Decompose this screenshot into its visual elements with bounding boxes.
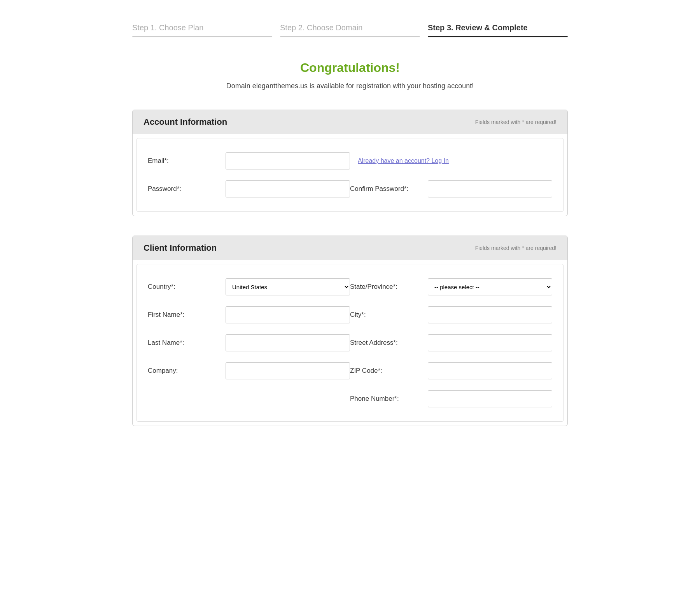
phone-col-right: Phone Number*: — [350, 390, 552, 407]
first-name-input[interactable] — [226, 306, 350, 323]
zip-code-label: ZIP Code*: — [350, 367, 428, 375]
account-section-title: Account Information — [144, 117, 227, 127]
already-have-account-link[interactable]: Already have an account? Log In — [358, 157, 449, 164]
congratulations-section: Congratulations! Domain elegantthemes.us… — [132, 61, 568, 90]
congratulations-subtitle: Domain elegantthemes.us is available for… — [132, 82, 568, 90]
company-col-left: Company: — [148, 362, 350, 379]
email-col-left: Email*: — [148, 152, 350, 169]
email-col-right: Already have an account? Log In — [350, 157, 552, 164]
email-row: Email*: Already have an account? Log In — [148, 152, 552, 169]
email-input[interactable] — [226, 152, 350, 169]
account-section-body: Email*: Already have an account? Log In … — [136, 138, 564, 212]
step-1-item: Step 1. Choose Plan — [132, 23, 280, 37]
password-col-left: Password*: — [148, 180, 350, 197]
firstname-col-left: First Name*: — [148, 306, 350, 323]
password-label: Password*: — [148, 185, 226, 193]
street-address-input[interactable] — [428, 334, 552, 351]
client-section-title: Client Information — [144, 243, 217, 253]
step-1-line — [132, 36, 272, 37]
account-section-header: Account Information Fields marked with *… — [133, 110, 567, 134]
step-1-label: Step 1. Choose Plan — [132, 23, 203, 32]
street-col-right: Street Address*: — [350, 334, 552, 351]
email-label: Email*: — [148, 157, 226, 165]
step-2-item: Step 2. Choose Domain — [280, 23, 428, 37]
lastname-street-row: Last Name*: Street Address*: — [148, 334, 552, 351]
first-name-label: First Name*: — [148, 311, 226, 319]
password-input[interactable] — [226, 180, 350, 197]
step-3-line — [428, 36, 568, 37]
last-name-input[interactable] — [226, 334, 350, 351]
country-select[interactable]: United States Canada United Kingdom Aust… — [226, 278, 350, 295]
street-address-label: Street Address*: — [350, 339, 428, 347]
account-required-note: Fields marked with * are required! — [475, 119, 556, 125]
company-zip-row: Company: ZIP Code*: — [148, 362, 552, 379]
company-label: Company: — [148, 367, 226, 375]
account-information-box: Account Information Fields marked with *… — [132, 110, 568, 216]
country-label: Country*: — [148, 283, 226, 291]
last-name-label: Last Name*: — [148, 339, 226, 347]
step-3-item: Step 3. Review & Complete — [428, 23, 568, 37]
city-input[interactable] — [428, 306, 552, 323]
step-3-label: Step 3. Review & Complete — [428, 23, 528, 32]
zip-col-right: ZIP Code*: — [350, 362, 552, 379]
city-label: City*: — [350, 311, 428, 319]
password-row: Password*: Confirm Password*: — [148, 180, 552, 197]
phone-number-label: Phone Number*: — [350, 395, 428, 403]
lastname-col-left: Last Name*: — [148, 334, 350, 351]
country-col-left: Country*: United States Canada United Ki… — [148, 278, 350, 295]
firstname-city-row: First Name*: City*: — [148, 306, 552, 323]
client-information-box: Client Information Fields marked with * … — [132, 236, 568, 426]
zip-code-input[interactable] — [428, 362, 552, 379]
steps-header: Step 1. Choose Plan Step 2. Choose Domai… — [132, 23, 568, 37]
country-state-row: Country*: United States Canada United Ki… — [148, 278, 552, 295]
page-wrapper: Step 1. Choose Plan Step 2. Choose Domai… — [117, 0, 583, 469]
client-section-header: Client Information Fields marked with * … — [133, 236, 567, 260]
client-required-note: Fields marked with * are required! — [475, 245, 556, 251]
state-col-right: State/Province*: -- please select -- Ala… — [350, 278, 552, 295]
phone-row: Phone Number*: — [148, 390, 552, 407]
state-label: State/Province*: — [350, 283, 428, 291]
confirm-password-col-right: Confirm Password*: — [350, 180, 552, 197]
step-2-line — [280, 36, 420, 37]
client-section-body: Country*: United States Canada United Ki… — [136, 264, 564, 422]
company-input[interactable] — [226, 362, 350, 379]
phone-number-input[interactable] — [428, 390, 552, 407]
step-2-label: Step 2. Choose Domain — [280, 23, 362, 32]
congratulations-title: Congratulations! — [132, 61, 568, 75]
confirm-password-label: Confirm Password*: — [350, 185, 428, 193]
confirm-password-input[interactable] — [428, 180, 552, 197]
state-select[interactable]: -- please select -- Alabama Alaska Arizo… — [428, 278, 552, 295]
city-col-right: City*: — [350, 306, 552, 323]
